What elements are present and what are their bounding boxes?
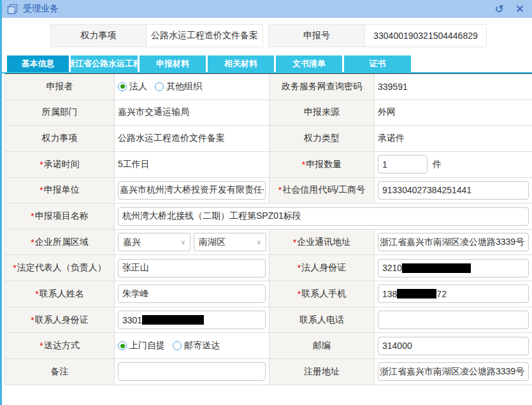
credit-code-label: *社会信用代码/工商号 xyxy=(270,178,375,203)
power-item-header-value: 公路水运工程造价文件备案 xyxy=(146,24,263,47)
row-contact-id: *联系人身份证 3301 联系人电话 xyxy=(5,307,532,334)
declare-unit-input[interactable] xyxy=(118,181,266,200)
radio-unselected-icon[interactable] xyxy=(155,82,164,91)
header-strip: 权力事项 公路水运工程造价文件备案 申报号 330400190321504446… xyxy=(50,24,532,47)
remark-input[interactable] xyxy=(118,362,266,381)
chevron-down-icon: ∨ xyxy=(257,239,261,246)
tab-zhejiang-highway-water[interactable]: 浙江省公路水运工程 xyxy=(71,55,138,72)
row-project-name: *申报项目名称 xyxy=(5,203,532,230)
row-declarant: 申报者 法人 其他组织 政务服务网查询密码 339591 xyxy=(5,74,532,100)
tab-certificate[interactable]: 证书 xyxy=(344,55,411,72)
promise-time-value: 5工作日 xyxy=(118,159,150,170)
tab-related-materials[interactable]: 相关材料 xyxy=(208,55,274,72)
contact-name-input[interactable] xyxy=(118,284,266,303)
declare-count-unit: 件 xyxy=(433,159,442,170)
legal-id-label: *法人身份证 xyxy=(270,255,375,281)
declare-unit-label: *申报单位 xyxy=(5,178,115,203)
radio-selected-icon[interactable] xyxy=(118,341,127,350)
row-power-item: 权力事项 公路水运工程造价文件备案 权力类型 承诺件 xyxy=(5,126,532,152)
row-declare-unit: *申报单位 *社会信用代码/工商号 xyxy=(5,178,532,204)
radio-option-label: 其他组织 xyxy=(166,81,202,92)
contact-mobile-input[interactable]: 13872 xyxy=(378,284,529,303)
declarant-label: 申报者 xyxy=(5,74,115,99)
chevron-down-icon: ∨ xyxy=(181,239,185,246)
titlebar: 受理业务 ↺ ✕ xyxy=(2,0,532,18)
project-name-input[interactable] xyxy=(118,207,529,226)
contact-mobile-label: *联系人手机 xyxy=(270,281,375,307)
delivery-label: *送达方式 xyxy=(5,333,115,358)
basic-info-form: 申报者 法人 其他组织 政务服务网查询密码 339591 所属部门 嘉兴市交通运… xyxy=(4,73,532,385)
register-address-label: 注册地址 xyxy=(270,359,375,385)
radio-selected-icon[interactable] xyxy=(118,82,127,91)
region-label: *企业所属区域 xyxy=(5,230,115,255)
legal-person-input[interactable] xyxy=(118,259,266,277)
row-legal-person: *法定代表人（负责人） *法人身份证 3210 xyxy=(5,255,532,281)
radio-option-label: 法人 xyxy=(129,81,147,92)
redaction-bar xyxy=(397,289,436,298)
department-label: 所属部门 xyxy=(5,100,115,126)
redaction-bar xyxy=(142,315,204,325)
contact-id-input[interactable]: 3301 xyxy=(118,311,266,329)
power-item-header-label: 权力事项 xyxy=(50,24,147,47)
radio-option-label: 上门自提 xyxy=(129,340,165,351)
query-password-value: 339591 xyxy=(378,82,408,92)
region-district-select[interactable]: 南湖区∨ xyxy=(194,233,266,251)
radio-unselected-icon[interactable] xyxy=(173,341,182,350)
query-password-label: 政务服务网查询密码 xyxy=(270,74,375,99)
declare-no-value: 330400190321504446829 xyxy=(364,24,487,47)
declare-count-label: *申报数量 xyxy=(270,152,375,177)
power-type-label: 权力类型 xyxy=(270,126,375,151)
declare-no-label: 申报号 xyxy=(268,24,365,47)
postcode-label: 邮编 xyxy=(270,333,375,358)
project-name-label: *申报项目名称 xyxy=(5,203,115,229)
window-title: 受理业务 xyxy=(23,3,59,15)
region-city-select[interactable]: 嘉兴∨ xyxy=(118,233,191,251)
window-icon xyxy=(7,4,18,15)
accept-business-window: 受理业务 ↺ ✕ 权力事项 公路水运工程造价文件备案 申报号 330400190… xyxy=(0,0,532,405)
source-value: 外网 xyxy=(378,107,396,118)
radio-option-label: 邮寄送达 xyxy=(184,340,220,351)
row-remark: 备注 注册地址 xyxy=(5,359,532,385)
refresh-icon[interactable]: ↺ xyxy=(495,4,504,15)
register-address-input[interactable] xyxy=(378,362,529,381)
declare-count-input[interactable] xyxy=(378,155,428,173)
power-item-label: 权力事项 xyxy=(5,126,115,151)
promise-time-label: *承诺时间 xyxy=(5,152,115,177)
redaction-bar xyxy=(402,263,471,273)
row-department: 所属部门 嘉兴市交通运输局 申报来源 外网 xyxy=(5,100,532,126)
tab-basic-info[interactable]: 基本信息 xyxy=(7,55,69,72)
delivery-field: 上门自提 邮寄送达 xyxy=(115,333,270,358)
remark-label: 备注 xyxy=(5,359,115,385)
department-value: 嘉兴市交通运输局 xyxy=(118,107,189,118)
tab-document-list[interactable]: 文书清单 xyxy=(276,55,342,72)
row-delivery: *送达方式 上门自提 邮寄送达 邮编 xyxy=(5,333,532,359)
tab-declare-materials[interactable]: 申报材料 xyxy=(140,55,206,72)
postcode-input[interactable] xyxy=(378,337,529,355)
legal-id-input[interactable]: 3210 xyxy=(378,259,529,277)
power-type-value: 承诺件 xyxy=(378,133,405,144)
company-address-label: *企业通讯地址 xyxy=(270,230,375,255)
row-region: *企业所属区域 嘉兴∨ 南湖区∨ *企业通讯地址 xyxy=(5,230,532,256)
power-item-value: 公路水运工程造价文件备案 xyxy=(118,133,225,144)
close-icon[interactable]: ✕ xyxy=(515,4,524,15)
credit-code-input[interactable] xyxy=(378,181,529,200)
row-promise-time: *承诺时间 5工作日 *申报数量 件 xyxy=(5,152,532,178)
company-address-input[interactable] xyxy=(378,233,529,251)
legal-person-label: *法定代表人（负责人） xyxy=(5,255,115,281)
contact-id-label: *联系人身份证 xyxy=(5,307,115,333)
declarant-field: 法人 其他组织 xyxy=(115,74,270,99)
source-label: 申报来源 xyxy=(270,100,375,126)
contact-phone-label: 联系人电话 xyxy=(270,307,375,333)
contact-phone-input[interactable] xyxy=(378,311,529,329)
tab-bar: 基本信息 浙江省公路水运工程 申报材料 相关材料 文书清单 证书 xyxy=(2,55,532,73)
row-contact-name: *联系人姓名 *联系人手机 13872 xyxy=(5,281,532,307)
contact-name-label: *联系人姓名 xyxy=(5,281,115,307)
